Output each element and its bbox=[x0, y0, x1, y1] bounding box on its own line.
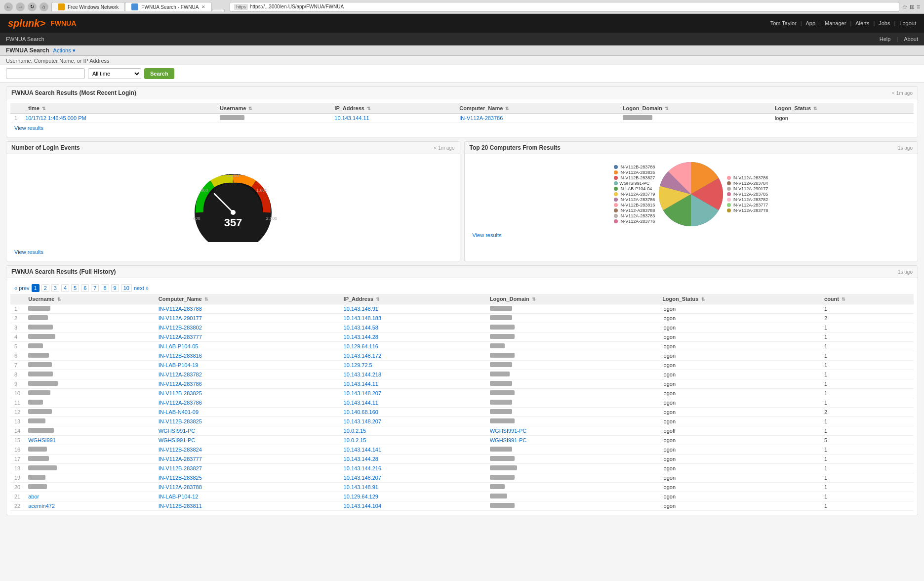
view-results-pie[interactable]: View results bbox=[469, 230, 506, 240]
page-10-link[interactable]: 10 bbox=[121, 284, 132, 292]
ip-link[interactable]: 10.129.64.116 bbox=[344, 343, 378, 349]
fwnua-search-nav[interactable]: FWNUA Search bbox=[6, 36, 44, 42]
computer-link[interactable]: IN-V112A-283786 bbox=[159, 400, 202, 406]
ip-link[interactable]: 10.143.144.11 bbox=[344, 400, 378, 406]
computer-link[interactable]: IN-V112B-283825 bbox=[159, 418, 202, 424]
computer-link[interactable]: IN-V112B-283825 bbox=[159, 390, 202, 396]
col-computer-h[interactable]: Computer_Name ⇅ bbox=[155, 294, 340, 304]
computer-link[interactable]: IN-V112A-290177 bbox=[159, 315, 202, 321]
ip-link[interactable]: 10.143.148.207 bbox=[344, 390, 381, 396]
page-1-link[interactable]: 1 bbox=[32, 284, 40, 292]
ip-link[interactable]: 10.143.144.11 bbox=[344, 381, 378, 387]
col-ip-h[interactable]: IP_Address ⇅ bbox=[340, 294, 486, 304]
computer-link[interactable]: IN-V112B-283825 bbox=[159, 475, 202, 481]
actions-menu[interactable]: Actions ▾ bbox=[53, 47, 76, 54]
col-computer[interactable]: Computer_Name ⇅ bbox=[455, 103, 619, 114]
computer-link[interactable]: IN-LAB-N401-09 bbox=[159, 409, 199, 415]
page-8-link[interactable]: 8 bbox=[101, 284, 109, 292]
address-bar[interactable]: https https://...3000/en-US/app/FWNUA/FW… bbox=[230, 2, 899, 12]
ip-link[interactable]: 10.143.148.207 bbox=[344, 475, 381, 481]
col-username[interactable]: Username ⇅ bbox=[216, 103, 330, 114]
back-button[interactable]: ← bbox=[4, 2, 13, 11]
col-ip[interactable]: IP_Address ⇅ bbox=[330, 103, 455, 114]
time-link[interactable]: 10/17/12 1:46:45.000 PM bbox=[25, 115, 86, 121]
computer-link[interactable]: WGHSI991-PC bbox=[159, 428, 196, 434]
page-2-link[interactable]: 2 bbox=[41, 284, 49, 292]
ip-link[interactable]: 10.143.144.28 bbox=[344, 334, 378, 340]
search-input[interactable] bbox=[6, 68, 85, 79]
computer-link[interactable]: IN-V112A-283777 bbox=[159, 456, 202, 462]
domain-link[interactable]: WGHSI991-PC bbox=[490, 428, 527, 434]
reload-button[interactable]: ↻ bbox=[28, 2, 37, 11]
next-page-link[interactable]: next » bbox=[134, 285, 149, 291]
computer-link[interactable]: IN-V112B-283802 bbox=[159, 325, 202, 331]
ip-link[interactable]: 10.143.148.91 bbox=[344, 306, 378, 312]
prev-page-link[interactable]: « prev bbox=[14, 285, 30, 291]
computer-link[interactable]: IN-V112A-283786 bbox=[459, 115, 503, 121]
bookmark-icon[interactable]: ☆ bbox=[902, 3, 908, 10]
ip-link[interactable]: 10.129.72.5 bbox=[344, 362, 372, 368]
col-status-h[interactable]: Logon_Status ⇅ bbox=[658, 294, 820, 304]
ip-link[interactable]: 10.143.144.218 bbox=[344, 372, 381, 377]
computer-link[interactable]: IN-LAB-P104-12 bbox=[159, 494, 199, 499]
page-4-link[interactable]: 4 bbox=[61, 284, 69, 292]
computer-link[interactable]: IN-LAB-P104-05 bbox=[159, 343, 199, 349]
page-5-link[interactable]: 5 bbox=[71, 284, 79, 292]
ip-link[interactable]: 10.143.148.183 bbox=[344, 315, 381, 321]
computer-link[interactable]: WGHSI991-PC bbox=[159, 437, 196, 443]
menu-icon[interactable]: ≡ bbox=[917, 3, 920, 10]
home-button[interactable]: ⌂ bbox=[40, 2, 48, 11]
app-link[interactable]: App bbox=[806, 20, 816, 26]
tab-fwnua-network[interactable]: Free Windows Network bbox=[51, 2, 125, 11]
jobs-link[interactable]: Jobs bbox=[879, 20, 890, 26]
col-status[interactable]: Logon_Status ⇅ bbox=[771, 103, 914, 114]
ip-link[interactable]: 10.143.144.216 bbox=[344, 465, 381, 471]
computer-link[interactable]: IN-LAB-P104-19 bbox=[159, 362, 199, 368]
ip-link[interactable]: 10.143.144.11 bbox=[334, 115, 369, 121]
about-link[interactable]: About bbox=[904, 36, 918, 42]
ip-link[interactable]: 10.143.148.172 bbox=[344, 353, 381, 359]
ip-link[interactable]: 10.140.68.160 bbox=[344, 409, 378, 415]
time-range-select[interactable]: All time Last 15 minutes Last 60 minutes… bbox=[88, 68, 141, 79]
manager-link[interactable]: Manager bbox=[825, 20, 846, 26]
domain-link[interactable]: WGHSI991-PC bbox=[490, 437, 527, 443]
ip-link[interactable]: 10.129.64.129 bbox=[344, 494, 378, 499]
ip-link[interactable]: 10.143.144.58 bbox=[344, 325, 378, 331]
computer-link[interactable]: IN-V112B-283816 bbox=[159, 353, 202, 359]
view-results-gauge[interactable]: View results bbox=[10, 247, 47, 257]
forward-button[interactable]: → bbox=[16, 2, 25, 11]
ip-link[interactable]: 10.0.2.15 bbox=[344, 437, 366, 443]
alerts-link[interactable]: Alerts bbox=[855, 20, 869, 26]
page-6-link[interactable]: 6 bbox=[81, 284, 89, 292]
page-7-link[interactable]: 7 bbox=[91, 284, 99, 292]
username-link[interactable]: abor bbox=[28, 494, 39, 499]
username-link[interactable]: WGHSI991 bbox=[28, 437, 56, 443]
username-link[interactable]: acemin472 bbox=[28, 503, 55, 509]
ip-link[interactable]: 10.0.2.15 bbox=[344, 428, 366, 434]
ip-link[interactable]: 10.143.148.207 bbox=[344, 418, 381, 424]
col-username-h[interactable]: Username ⇅ bbox=[24, 294, 154, 304]
computer-link[interactable]: IN-V112A-283788 bbox=[159, 484, 202, 490]
col-domain[interactable]: Logon_Domain ⇅ bbox=[619, 103, 771, 114]
page-9-link[interactable]: 9 bbox=[111, 284, 119, 292]
computer-link[interactable]: IN-V112A-283777 bbox=[159, 334, 202, 340]
tab-close-button[interactable]: ✕ bbox=[201, 4, 205, 9]
col-count-h[interactable]: count ⇅ bbox=[820, 294, 914, 304]
tab-fwnua-search[interactable]: FWNUA Search - FWNUA ✕ bbox=[125, 2, 212, 11]
computer-link[interactable]: IN-V112A-283782 bbox=[159, 372, 202, 377]
view-results-link-recent[interactable]: View results bbox=[10, 123, 47, 133]
page-3-link[interactable]: 3 bbox=[51, 284, 59, 292]
computer-link[interactable]: IN-V112A-283788 bbox=[159, 306, 202, 312]
logout-link[interactable]: Logout bbox=[899, 20, 916, 26]
computer-link[interactable]: IN-V112B-283811 bbox=[159, 503, 202, 509]
computer-link[interactable]: IN-V112B-283824 bbox=[159, 447, 202, 453]
col-domain-h[interactable]: Logon_Domain ⇅ bbox=[486, 294, 658, 304]
ip-link[interactable]: 10.143.144.141 bbox=[344, 447, 381, 453]
search-button[interactable]: Search bbox=[144, 68, 174, 79]
new-tab-button[interactable] bbox=[212, 9, 225, 11]
help-link[interactable]: Help bbox=[880, 36, 891, 42]
ip-link[interactable]: 10.143.144.28 bbox=[344, 456, 378, 462]
ip-link[interactable]: 10.143.144.104 bbox=[344, 503, 381, 509]
ip-link[interactable]: 10.143.148.91 bbox=[344, 484, 378, 490]
col-time[interactable]: _time ⇅ bbox=[21, 103, 216, 114]
